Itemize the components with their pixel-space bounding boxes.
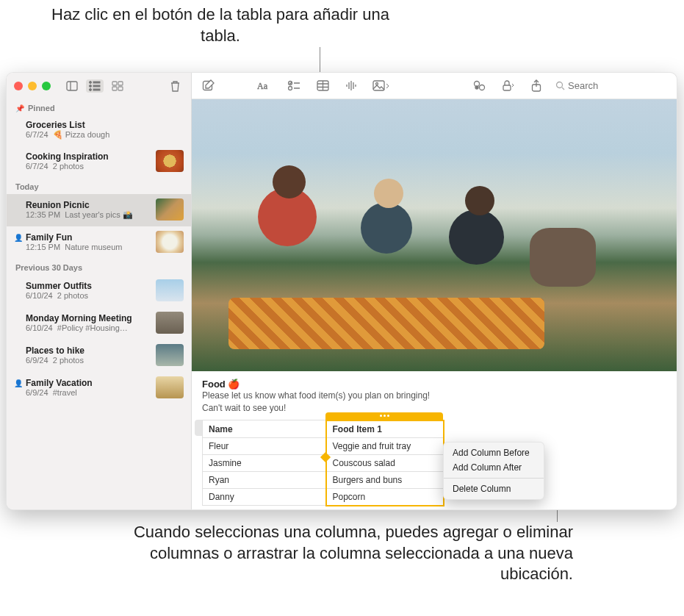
note-content[interactable]: Food 🍎 Please let us know what food item…	[192, 99, 677, 509]
svg-rect-0	[67, 82, 77, 90]
search-box[interactable]	[552, 78, 669, 93]
format-button[interactable]: Aa	[254, 79, 275, 93]
note-title: Monday Morning Meeting	[26, 313, 150, 323]
lock-button[interactable]	[499, 79, 518, 93]
minimize-icon[interactable]	[28, 82, 37, 90]
list-item[interactable]: Summer Outfits 6/10/24 2 photos	[7, 275, 191, 307]
shared-icon: 👤	[14, 379, 23, 387]
table-cell[interactable]: Veggie and fruit tray	[326, 437, 444, 454]
shared-icon: 👤	[14, 234, 23, 242]
sidebar-toggle-button[interactable]	[63, 79, 81, 93]
list-item[interactable]: Places to hike 6/9/24 2 photos	[7, 340, 191, 372]
table-cell[interactable]: Jasmine	[203, 454, 326, 471]
menu-add-column-before[interactable]: Add Column Before	[444, 445, 544, 460]
section-today: Today	[7, 178, 191, 194]
svg-rect-6	[93, 85, 100, 87]
section-pinned-label: Pinned	[28, 104, 55, 112]
table-row[interactable]: Name Food Item 1	[203, 420, 444, 438]
table-cell[interactable]: Ryan	[203, 471, 326, 488]
note-meta: 6/7/24 🍕 Pizza dough	[26, 130, 184, 140]
list-view-button[interactable]	[86, 79, 104, 93]
list-item[interactable]: 👤 Family Fun 12:15 PM Nature museum	[7, 226, 191, 259]
table-cell[interactable]: Burgers and buns	[326, 471, 444, 488]
note-thumbnail	[156, 312, 184, 334]
note-title: Summer Outfits	[26, 281, 150, 291]
new-note-button[interactable]	[199, 78, 217, 93]
svg-point-3	[90, 85, 92, 87]
menu-delete-column[interactable]: Delete Column	[444, 481, 544, 496]
svg-rect-32	[503, 85, 511, 90]
list-icon	[89, 81, 101, 91]
audio-button[interactable]	[342, 79, 359, 93]
link-button[interactable]	[470, 79, 489, 93]
list-item[interactable]: 👤 Family Vacation 6/9/24 #travel	[7, 372, 191, 404]
note-title: Family Fun	[26, 232, 150, 243]
svg-rect-8	[112, 82, 117, 85]
svg-rect-27	[373, 81, 384, 90]
checklist-icon	[288, 80, 300, 91]
lock-icon	[502, 80, 515, 91]
note-table[interactable]: Name Food Item 1 Fleur Veggie and fruit …	[202, 420, 444, 506]
zoom-icon[interactable]	[42, 82, 51, 90]
section-today-label: Today	[15, 182, 39, 191]
note-title: Groceries List	[26, 120, 184, 130]
note-thumbnail	[156, 279, 184, 301]
sidebar-icon	[66, 81, 78, 91]
notes-window: 📌 Pinned Groceries List 6/7/24 🍕 Pizza d…	[6, 72, 677, 510]
list-item[interactable]: Cooking Inspiration 6/7/24 2 photos	[7, 146, 191, 178]
annotation-bottom-text: Cuando seleccionas una columna, puedes a…	[134, 523, 573, 583]
svg-rect-10	[112, 87, 117, 90]
list-item[interactable]: Monday Morning Meeting 6/10/24 #Policy #…	[7, 307, 191, 340]
note-table-wrap: Name Food Item 1 Fleur Veggie and fruit …	[202, 420, 444, 506]
table-cell[interactable]: Popcorn	[326, 488, 444, 506]
annotation-top: Haz clic en el botón de la tabla para añ…	[51, 4, 389, 46]
note-desc-1: Please let us know what food item(s) you…	[202, 390, 666, 402]
table-button[interactable]	[314, 79, 332, 93]
note-meta: 12:15 PM Nature museum	[26, 243, 150, 251]
photo-icon	[372, 80, 389, 91]
svg-point-31	[475, 86, 478, 89]
table-row[interactable]: Danny Popcorn	[203, 488, 444, 506]
table-header[interactable]: Food Item 1	[326, 420, 444, 438]
checklist-button[interactable]	[285, 79, 303, 93]
svg-point-16	[289, 87, 292, 90]
svg-point-34	[557, 82, 563, 88]
table-cell[interactable]: Fleur	[203, 437, 326, 454]
column-handle[interactable]	[325, 412, 443, 420]
section-pinned: 📌 Pinned	[7, 99, 191, 115]
sidebar: 📌 Pinned Groceries List 6/7/24 🍕 Pizza d…	[7, 73, 192, 509]
svg-rect-11	[118, 87, 123, 90]
menu-separator	[444, 478, 544, 479]
svg-text:Aa: Aa	[257, 81, 268, 91]
note-meta: 12:35 PM Last year's pics 📸	[26, 210, 150, 220]
note-meta: 6/10/24 #Policy #Housing…	[26, 323, 150, 332]
search-input[interactable]	[568, 80, 656, 91]
close-icon[interactable]	[14, 82, 23, 90]
sidebar-titlebar	[7, 73, 191, 99]
gallery-view-button[interactable]	[109, 79, 126, 93]
note-title: Places to hike	[26, 345, 150, 356]
section-prev30: Previous 30 Days	[7, 259, 191, 275]
annotation-top-text: Haz clic en el botón de la tabla para añ…	[51, 5, 389, 45]
grid-icon	[112, 81, 123, 91]
delete-button[interactable]	[167, 79, 184, 93]
note-thumbnail	[156, 344, 184, 366]
table-header[interactable]: Name	[203, 420, 326, 438]
svg-line-35	[562, 87, 564, 90]
note-title: Reunion Picnic	[26, 200, 150, 210]
table-row[interactable]: Ryan Burgers and buns	[203, 471, 444, 488]
row-handle[interactable]	[195, 420, 202, 436]
link-icon	[473, 80, 486, 91]
menu-add-column-after[interactable]: Add Column After	[444, 460, 544, 475]
table-row[interactable]: Fleur Veggie and fruit tray	[203, 437, 444, 454]
main-pane: Aa	[192, 73, 677, 509]
svg-point-2	[90, 82, 92, 84]
note-meta: 6/10/24 2 photos	[26, 291, 150, 300]
share-button[interactable]	[528, 78, 544, 93]
svg-point-4	[90, 89, 92, 91]
list-item[interactable]: Groceries List 6/7/24 🍕 Pizza dough	[7, 115, 191, 146]
table-cell[interactable]: Couscous salad	[326, 454, 444, 471]
media-button[interactable]	[370, 79, 392, 93]
table-cell[interactable]: Danny	[203, 488, 326, 506]
list-item[interactable]: Reunion Picnic 12:35 PM Last year's pics…	[7, 194, 191, 226]
